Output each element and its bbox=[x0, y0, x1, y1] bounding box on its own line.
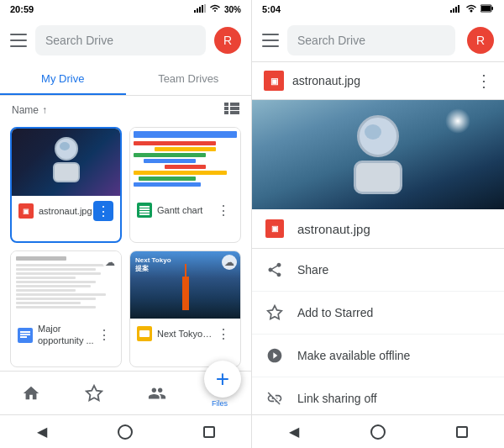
menu-file-name: ▣ astronaut.jpg bbox=[252, 209, 504, 249]
time-right: 5:04 bbox=[262, 4, 281, 14]
nav-home[interactable] bbox=[0, 384, 63, 403]
wifi-icon-right bbox=[465, 4, 477, 14]
sort-arrow-icon: ↑ bbox=[42, 104, 47, 116]
signal-icon-left bbox=[194, 4, 206, 14]
more-btn-major[interactable]: ⋮ bbox=[94, 325, 114, 345]
context-menu-list: ▣ astronaut.jpg Share Add to Starred Mak… bbox=[252, 209, 504, 414]
file-thumb-astronaut bbox=[12, 129, 120, 196]
svg-rect-21 bbox=[139, 330, 150, 337]
file-item-astronaut[interactable]: ▣ astronaut.jpg ⋮ bbox=[10, 127, 122, 243]
file-footer-tokyo: Next Tokyo '18 提案｜Co... ⋮ bbox=[130, 319, 240, 349]
battery-left: 30% bbox=[224, 5, 241, 14]
tab-team-drives[interactable]: Team Drives bbox=[126, 62, 252, 95]
menu-item-link-sharing[interactable]: Link sharing off bbox=[252, 377, 504, 414]
svg-rect-12 bbox=[139, 206, 150, 208]
svg-rect-1 bbox=[197, 8, 198, 13]
recent-btn-right[interactable] bbox=[445, 422, 479, 442]
svg-rect-19 bbox=[20, 336, 27, 338]
svg-rect-17 bbox=[20, 331, 30, 333]
image-file-icon: ▣ bbox=[18, 203, 34, 219]
file-name-gantt: Gantt chart bbox=[157, 205, 213, 215]
menu-item-starred[interactable]: Add to Starred bbox=[252, 292, 504, 335]
status-bar-left: 20:59 30% bbox=[0, 0, 251, 18]
avatar-right[interactable]: R bbox=[467, 27, 494, 54]
signal-icon-right bbox=[450, 4, 462, 14]
recent-btn-left[interactable] bbox=[192, 422, 226, 442]
file-type-icon-header: ▣ bbox=[264, 71, 284, 91]
file-item-gantt[interactable]: Gantt chart ⋮ bbox=[129, 127, 241, 243]
sort-control[interactable]: Name ↑ bbox=[12, 104, 47, 116]
slides-icon bbox=[137, 326, 152, 341]
file-item-major[interactable]: ☁ Majoropportunity ... ⋮ bbox=[10, 250, 122, 367]
svg-rect-6 bbox=[230, 103, 239, 106]
wifi-icon-left bbox=[209, 4, 221, 14]
sys-bar-left: ◀ bbox=[0, 414, 251, 448]
file-name-astronaut: astronaut.jpg bbox=[39, 206, 93, 216]
more-btn-astronaut[interactable]: ⋮ bbox=[93, 201, 113, 221]
search-bar-left[interactable]: Search Drive bbox=[35, 25, 206, 55]
svg-rect-10 bbox=[230, 111, 239, 114]
back-btn-left[interactable]: ◀ bbox=[25, 422, 59, 442]
fab-button[interactable]: + bbox=[204, 361, 241, 398]
nav-shared[interactable] bbox=[126, 384, 189, 403]
file-thumb-major: ☁ bbox=[11, 251, 121, 319]
tab-my-drive[interactable]: My Drive bbox=[0, 62, 126, 95]
tabs-left: My Drive Team Drives bbox=[0, 62, 251, 96]
file-footer-astronaut: ▣ astronaut.jpg ⋮ bbox=[12, 196, 120, 226]
file-name-major: Majoropportunity ... bbox=[38, 324, 94, 345]
svg-rect-8 bbox=[230, 107, 239, 110]
home-btn-right[interactable] bbox=[361, 422, 395, 442]
menu-link-sharing-label: Link sharing off bbox=[297, 392, 377, 405]
svg-rect-5 bbox=[224, 103, 228, 106]
file-footer-major: Majoropportunity ... ⋮ bbox=[11, 319, 121, 350]
files-grid: ▣ astronaut.jpg ⋮ bbox=[0, 124, 251, 371]
battery-right bbox=[480, 4, 494, 14]
back-btn-right[interactable]: ◀ bbox=[277, 422, 311, 442]
more-btn-tokyo[interactable]: ⋮ bbox=[213, 324, 234, 344]
docs-icon bbox=[18, 328, 33, 343]
sys-bar-right: ◀ bbox=[252, 414, 504, 448]
nav-starred[interactable] bbox=[63, 384, 126, 403]
search-bar-right[interactable]: Search Drive bbox=[287, 25, 455, 55]
hamburger-icon-right[interactable] bbox=[262, 34, 279, 47]
svg-rect-30 bbox=[491, 7, 493, 10]
svg-rect-7 bbox=[224, 107, 228, 110]
svg-rect-25 bbox=[455, 7, 457, 13]
status-bar-right: 5:04 bbox=[252, 0, 504, 18]
star-outline-icon bbox=[265, 303, 284, 322]
fab-plus-icon: + bbox=[216, 367, 229, 391]
list-view-toggle[interactable] bbox=[224, 103, 239, 117]
svg-rect-4 bbox=[204, 4, 206, 13]
menu-file-icon: ▣ bbox=[265, 219, 284, 238]
home-btn-left[interactable] bbox=[108, 422, 142, 442]
menu-item-share[interactable]: Share bbox=[252, 249, 504, 292]
avatar-left[interactable]: R bbox=[214, 27, 241, 54]
search-placeholder-right: Search Drive bbox=[297, 34, 365, 47]
svg-point-27 bbox=[470, 10, 473, 13]
svg-rect-24 bbox=[453, 8, 454, 13]
tokyo-tower bbox=[182, 277, 189, 310]
file-thumb-gantt bbox=[130, 128, 240, 195]
more-btn-header[interactable]: ⋮ bbox=[475, 71, 492, 91]
svg-rect-13 bbox=[139, 208, 150, 210]
home-icon bbox=[22, 384, 40, 403]
svg-rect-26 bbox=[458, 5, 459, 13]
svg-rect-9 bbox=[224, 111, 228, 114]
file-item-tokyo[interactable]: Next Tokyo提案 ☁ Next Tokyo '18 提案｜Co... ⋮ bbox=[129, 250, 241, 367]
astronaut-preview bbox=[354, 115, 402, 194]
status-icons-left: 30% bbox=[194, 4, 241, 14]
nav-files-label: Files bbox=[212, 399, 228, 408]
file-header-bar: ▣ astronaut.jpg ⋮ bbox=[252, 62, 504, 100]
menu-item-offline[interactable]: Make available offline bbox=[252, 335, 504, 377]
right-panel: 5:04 Search Drive R ▣ astronaut.jpg ⋮ bbox=[252, 0, 504, 448]
more-btn-gantt[interactable]: ⋮ bbox=[213, 200, 234, 220]
share-icon bbox=[265, 261, 284, 279]
tokyo-thumb-label: Next Tokyo提案 bbox=[135, 256, 171, 272]
hamburger-icon[interactable] bbox=[10, 34, 27, 47]
svg-rect-29 bbox=[481, 6, 491, 11]
svg-marker-31 bbox=[268, 306, 282, 319]
menu-share-label: Share bbox=[297, 263, 328, 277]
file-title-header: astronaut.jpg bbox=[292, 74, 467, 87]
list-header: Name ↑ bbox=[0, 96, 251, 124]
offline-icon bbox=[265, 346, 284, 365]
